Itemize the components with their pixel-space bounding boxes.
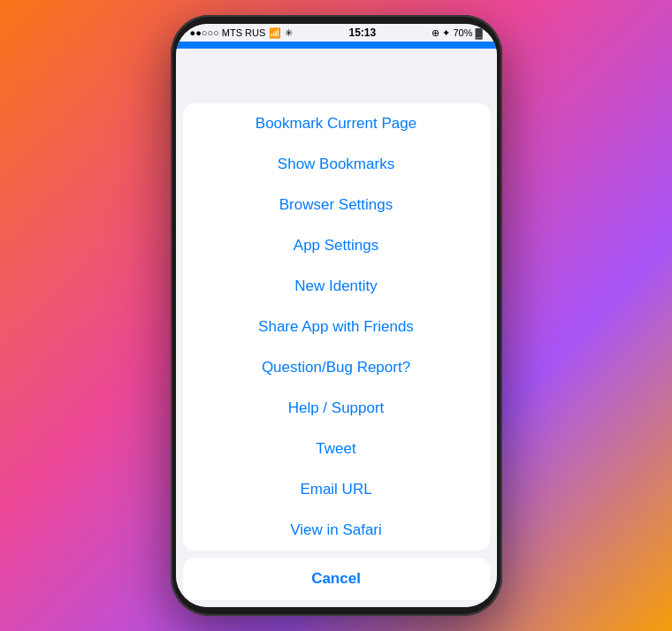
battery-icon: ▓	[475, 27, 482, 38]
action-item-help-support[interactable]: Help / Support	[183, 388, 490, 429]
action-item-bookmark-current[interactable]: Bookmark Current Page	[183, 103, 490, 144]
top-blue-bar	[176, 42, 497, 49]
action-item-show-bookmarks[interactable]: Show Bookmarks	[183, 144, 490, 185]
status-right: ⊕ ✦ 70% ▓	[431, 27, 482, 39]
action-item-view-safari[interactable]: View in Safari	[183, 510, 490, 551]
action-item-bug-report[interactable]: Question/Bug Report?	[183, 347, 490, 388]
action-item-share-app[interactable]: Share App with Friends	[183, 307, 490, 347]
action-item-browser-settings[interactable]: Browser Settings	[183, 185, 490, 225]
status-time: 15:13	[349, 27, 377, 39]
phone-screen: ●●○○○ MTS RUS 📶 ✳ 15:13 ⊕ ✦ 70% ▓ Bookma…	[176, 24, 497, 607]
status-bar: ●●○○○ MTS RUS 📶 ✳ 15:13 ⊕ ✦ 70% ▓	[176, 24, 497, 42]
action-sheet: Bookmark Current Page Show Bookmarks Bro…	[176, 103, 497, 607]
action-item-tweet[interactable]: Tweet	[183, 429, 490, 469]
status-left: ●●○○○ MTS RUS 📶 ✳	[190, 27, 294, 39]
action-item-new-identity[interactable]: New Identity	[183, 266, 490, 307]
signal-icon: ✳	[285, 27, 293, 39]
action-item-email-url[interactable]: Email URL	[183, 469, 490, 510]
action-sheet-scroll[interactable]: Bookmark Current Page Show Bookmarks Bro…	[176, 49, 497, 607]
location-icon: ⊕	[431, 27, 439, 39]
wifi-icon: 📶	[269, 27, 281, 39]
bluetooth-icon: ✦	[442, 27, 450, 39]
battery-text: 70%	[453, 27, 472, 38]
cancel-button[interactable]: Cancel	[183, 558, 490, 600]
carrier-text: ●●○○○ MTS RUS	[190, 27, 266, 38]
action-sheet-group: Bookmark Current Page Show Bookmarks Bro…	[183, 103, 490, 551]
phone-device: ●●○○○ MTS RUS 📶 ✳ 15:13 ⊕ ✦ 70% ▓ Bookma…	[171, 15, 502, 616]
action-item-app-settings[interactable]: App Settings	[183, 225, 490, 266]
